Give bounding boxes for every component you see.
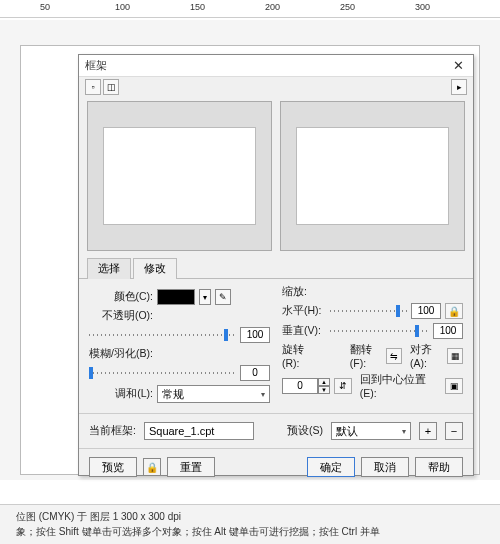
align-label: 对齐(A): bbox=[410, 343, 443, 369]
status-bar: 位图 (CMYK) 于 图层 1 300 x 300 dpi 象；按住 Shif… bbox=[0, 504, 500, 544]
scale-lock-icon[interactable]: 🔒 bbox=[445, 303, 463, 319]
preset-add-button[interactable]: + bbox=[419, 422, 437, 440]
close-icon[interactable]: ✕ bbox=[449, 58, 467, 73]
preview-lock-icon[interactable]: 🔒 bbox=[143, 458, 161, 476]
rotate-stepper[interactable]: 0 ▲▼ bbox=[282, 378, 330, 394]
help-button[interactable]: 帮助 bbox=[415, 457, 463, 477]
reset-button[interactable]: 重置 bbox=[167, 457, 215, 477]
dialog-titlebar[interactable]: 框架 ✕ bbox=[79, 55, 473, 77]
preset-select[interactable]: 默认▾ bbox=[331, 422, 411, 440]
scale-group-label: 缩放: bbox=[282, 285, 463, 299]
recenter-icon[interactable]: ▣ bbox=[445, 378, 463, 394]
hscale-label: 水平(H): bbox=[282, 304, 326, 318]
rotate-label: 旋转(R): bbox=[282, 343, 316, 369]
blur-value[interactable]: 0 bbox=[240, 365, 270, 381]
hscale-value[interactable]: 100 bbox=[411, 303, 441, 319]
blend-label: 调和(L): bbox=[89, 387, 153, 401]
opacity-value[interactable]: 100 bbox=[240, 327, 270, 343]
preview-after bbox=[280, 101, 465, 251]
color-swatch[interactable] bbox=[157, 289, 195, 305]
flip-h-icon[interactable]: ⇋ bbox=[386, 348, 402, 364]
vscale-slider[interactable] bbox=[330, 323, 429, 339]
current-frame-label: 当前框架: bbox=[89, 424, 136, 438]
blur-slider[interactable] bbox=[89, 365, 236, 381]
hscale-slider[interactable] bbox=[330, 303, 407, 319]
recenter-label: 回到中心位置(E): bbox=[360, 373, 442, 399]
preview-toolbar: ▫ ◫ ▸ bbox=[79, 77, 473, 97]
blend-select[interactable]: 常规▾ bbox=[157, 385, 270, 403]
color-dropdown-icon[interactable]: ▾ bbox=[199, 289, 211, 305]
current-frame-field[interactable]: Square_1.cpt bbox=[144, 422, 254, 440]
status-line-1: 位图 (CMYK) 于 图层 1 300 x 300 dpi bbox=[16, 510, 484, 524]
align-icon[interactable]: ▦ bbox=[447, 348, 463, 364]
flip-v-icon[interactable]: ⇵ bbox=[334, 378, 352, 394]
ruler-horizontal: 50 100 150 200 250 300 bbox=[0, 0, 500, 18]
dialog-title: 框架 bbox=[85, 58, 449, 73]
ok-button[interactable]: 确定 bbox=[307, 457, 355, 477]
frame-dialog: 框架 ✕ ▫ ◫ ▸ 选择 修改 颜色(C): ▾ ✎ 不透明(O): 1 bbox=[78, 54, 474, 476]
opacity-slider[interactable] bbox=[89, 327, 236, 343]
preset-remove-button[interactable]: − bbox=[445, 422, 463, 440]
status-line-2: 象；按住 Shift 键单击可选择多个对象；按住 Alt 键单击可进行挖掘；按住… bbox=[16, 525, 484, 539]
preset-label: 预设(S) bbox=[287, 424, 323, 438]
color-label: 颜色(C): bbox=[89, 290, 153, 304]
flyout-icon[interactable]: ▸ bbox=[451, 79, 467, 95]
view-single-icon[interactable]: ▫ bbox=[85, 79, 101, 95]
vscale-value[interactable]: 100 bbox=[433, 323, 463, 339]
vscale-label: 垂直(V): bbox=[282, 324, 326, 338]
tab-select[interactable]: 选择 bbox=[87, 258, 131, 279]
view-split-icon[interactable]: ◫ bbox=[103, 79, 119, 95]
cancel-button[interactable]: 取消 bbox=[361, 457, 409, 477]
preview-before bbox=[87, 101, 272, 251]
eyedropper-icon[interactable]: ✎ bbox=[215, 289, 231, 305]
opacity-label: 不透明(O): bbox=[89, 309, 153, 323]
flip-label: 翻转(F): bbox=[350, 343, 383, 369]
blur-label: 模糊/羽化(B): bbox=[89, 347, 153, 361]
tab-modify[interactable]: 修改 bbox=[133, 258, 177, 279]
preview-button[interactable]: 预览 bbox=[89, 457, 137, 477]
